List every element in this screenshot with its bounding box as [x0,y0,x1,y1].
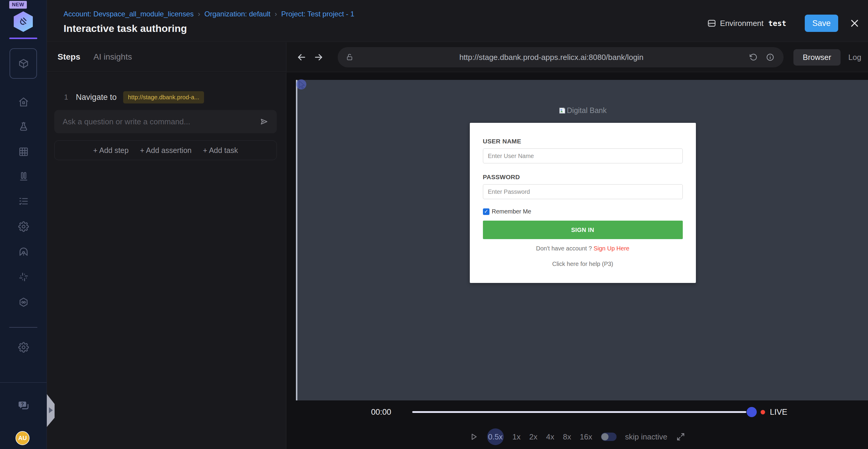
address-bar[interactable]: http://stage.dbank.prod-apps.relicx.ai:8… [338,47,783,67]
remember-checkbox[interactable]: ✓ [483,209,490,215]
sidebar: NEW [0,0,47,449]
skip-inactive-toggle[interactable] [601,432,617,441]
sidebar-item-explore[interactable] [0,247,47,257]
unlock-icon [345,53,354,61]
password-label: PASSWORD [483,173,520,181]
timeline-track[interactable] [412,411,746,413]
save-button[interactable]: Save [805,14,838,32]
sidebar-item-packages[interactable] [0,58,47,69]
refresh-icon[interactable] [749,53,758,62]
current-time: 00:00 [371,408,391,417]
help-link[interactable]: Click here for help (P3) [470,261,696,267]
help-chat-button[interactable]: ? [0,399,47,412]
sidebar-item-integrations[interactable] [0,271,47,282]
breadcrumb-separator: › [198,10,200,18]
breadcrumb-organization[interactable]: Organization: default [204,10,270,18]
stage: Digital Bank USER NAME PASSWORD ✓ Rememb… [286,72,868,449]
command-input[interactable] [63,117,259,126]
broken-image-icon [559,107,566,114]
sidebar-item-suites[interactable] [0,147,47,157]
sidebar-item-config[interactable] [0,221,47,232]
logo-underline [9,38,37,39]
remote-cursor [298,80,308,91]
flask-icon [18,121,29,132]
checklist-icon [18,196,29,206]
svg-text:?: ? [21,402,24,407]
environment-label: Environment [720,19,764,28]
fullscreen-icon[interactable] [676,432,685,442]
relicx-logo-icon[interactable] [14,11,33,32]
add-assertion-button[interactable]: + Add assertion [140,146,191,155]
breadcrumb-project[interactable]: Project: Test project - 1 [281,10,354,18]
playback-timeline: 00:00 LIVE [286,400,868,424]
speed-option-2x[interactable]: 2x [529,432,537,442]
playback-controls: 0.5x 1x 2x 4x 8x 16x skip inactive [286,424,868,449]
tab-log[interactable]: Log [848,49,861,66]
skip-inactive-label: skip inactive [625,432,668,442]
breadcrumb-separator: › [275,10,277,18]
speed-option-4x[interactable]: 4x [546,432,554,442]
speed-option-8x[interactable]: 8x [563,432,571,442]
avatar[interactable]: AU [16,431,30,445]
speed-option-1x[interactable]: 1x [513,432,521,442]
top-header: Account: Devspace_all_module_licenses › … [47,0,868,42]
live-dot-icon [761,410,765,414]
send-icon[interactable] [259,117,269,127]
sidebar-item-test-runs[interactable] [0,171,47,182]
sidebar-divider [9,327,37,328]
breadcrumb-account[interactable]: Account: Devspace_all_module_licenses [64,10,194,18]
environment-icon [707,19,716,28]
info-icon[interactable] [766,53,775,62]
grid-icon [18,147,29,157]
add-task-button[interactable]: + Add task [203,146,238,155]
new-badge: NEW [9,1,27,9]
step-number: 1 [64,93,68,101]
bank-logo-alt-text: Digital Bank [567,106,607,115]
signup-text: Don't have account ? [536,245,594,252]
add-actions-box: + Add step + Add assertion + Add task [54,140,277,160]
toggle-knob [601,433,609,440]
signup-row: Don't have account ? Sign Up Here [470,245,696,252]
cursor-halo [296,79,306,90]
test-tubes-icon [18,171,29,182]
home-icon [18,97,29,107]
browser-chrome: http://stage.dbank.prod-apps.relicx.ai:8… [286,42,868,72]
sidebar-item-tests[interactable] [0,121,47,132]
breadcrumb: Account: Devspace_all_module_licenses › … [64,10,354,18]
sidebar-item-pipelines[interactable] [0,297,47,308]
sidebar-item-sessions[interactable] [0,196,47,206]
integrations-slack-icon [18,271,29,282]
browser-viewport[interactable]: Digital Bank USER NAME PASSWORD ✓ Rememb… [296,80,868,400]
tunnel-icon [18,247,29,257]
close-icon[interactable] [849,18,860,28]
username-label: USER NAME [483,138,521,145]
gear-icon [18,342,29,353]
sidebar-item-settings[interactable] [0,342,47,353]
remember-label: Remember Me [492,208,531,215]
speed-option-16x[interactable]: 16x [580,432,592,442]
speed-option-0-5x[interactable]: 0.5x [487,428,504,445]
username-field[interactable] [483,149,683,163]
bank-logo: Digital Bank [298,106,868,115]
environment-value[interactable]: test [768,19,786,28]
timeline-thumb[interactable] [747,407,757,417]
app-root: NEW [0,0,868,449]
back-arrow-icon[interactable] [296,52,307,63]
step-row[interactable]: 1 Navigate to http://stage.dbank.prod-a.… [47,91,286,104]
signup-link[interactable]: Sign Up Here [594,245,629,252]
sidebar-item-home[interactable] [0,97,47,107]
step-url-chip[interactable]: http://stage.dbank.prod-a... [123,91,204,103]
tab-ai-insights[interactable]: AI insights [93,52,132,62]
add-step-button[interactable]: + Add step [93,146,129,155]
forward-arrow-icon[interactable] [313,52,324,63]
tab-browser[interactable]: Browser [794,49,841,66]
gear-icon [18,221,29,232]
live-label: LIVE [770,408,787,417]
steps-panel-tabs: Steps AI insights [47,42,286,72]
play-icon[interactable] [469,432,478,442]
sign-in-button[interactable]: SIGN IN [483,221,683,239]
password-field[interactable] [483,184,683,199]
command-box [54,110,277,133]
url-text[interactable]: http://stage.dbank.prod-apps.relicx.ai:8… [354,53,749,62]
tab-steps[interactable]: Steps [58,52,80,62]
